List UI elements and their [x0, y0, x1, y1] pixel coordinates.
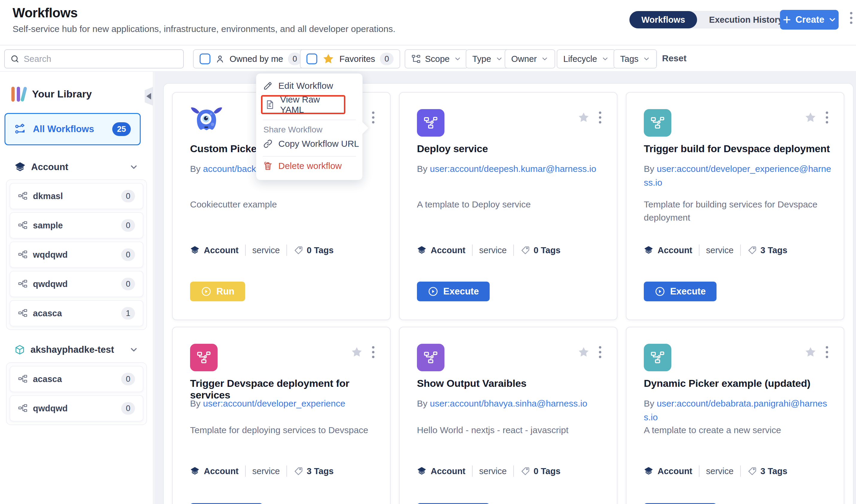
owner-link[interactable]: user:account/developer_experience [203, 398, 345, 408]
plus-icon [782, 15, 792, 25]
sidebar-item-acasca[interactable]: acasca 1 [10, 300, 143, 326]
card-owner: By user:account/bhavya.sinha@harness.io [417, 397, 605, 426]
sidebar-item-dkmasl[interactable]: dkmasl 0 [10, 183, 143, 209]
workflow-card-trigger-devspace: Trigger Devspace deployment for services… [172, 327, 391, 504]
card-owner: By user:account/developer_experience@har… [644, 162, 832, 191]
owner-link[interactable]: user:account/bhavya.sinha@harness.io [430, 398, 587, 408]
page-kebab-menu[interactable] [850, 12, 852, 24]
create-button[interactable]: Create [780, 10, 839, 30]
item-count: 0 [121, 248, 135, 261]
view-toggle: Workflows Execution History [629, 11, 795, 29]
sidebar-header: Your Library [11, 86, 92, 102]
owner-link[interactable]: user:account/developer_experience@harnes… [644, 164, 831, 187]
card-kebab-menu[interactable] [372, 346, 374, 358]
card-kebab-menu[interactable] [599, 111, 601, 124]
card-title: Show Output Varaibles [417, 378, 603, 389]
favorite-star-icon [322, 53, 335, 65]
filter-tags[interactable]: Tags [614, 49, 657, 69]
hierarchy-icon [18, 308, 28, 318]
menu-item-copy-workflow-url[interactable]: Copy Workflow URL [263, 139, 359, 149]
cube-icon [14, 344, 25, 355]
filter-type[interactable]: Type [466, 49, 510, 69]
layers-icon [644, 246, 653, 255]
favorite-star-icon[interactable] [804, 346, 817, 358]
filter-lifecycle[interactable]: Lifecycle [557, 49, 616, 69]
card-description: Template for building services for Devsp… [644, 198, 830, 224]
card-kebab-menu[interactable] [599, 346, 601, 358]
hierarchy-icon [411, 54, 421, 64]
monster-spot [210, 113, 212, 115]
tab-workflows[interactable]: Workflows [630, 11, 697, 29]
sidebar-item-qwdqwd[interactable]: qwdqwd 0 [10, 271, 143, 297]
item-count: 0 [121, 219, 135, 232]
filter-owned-by-me[interactable]: Owned by me 0 [193, 49, 308, 69]
tag-icon [294, 466, 303, 476]
page-title: Workflows [13, 5, 78, 20]
tag-icon [747, 466, 757, 476]
item-count: 0 [121, 278, 135, 290]
execute-button[interactable]: Execute [417, 282, 490, 301]
menu-section-share-workflow: Share Workflow [263, 125, 322, 134]
hierarchy-icon [18, 191, 28, 201]
favorite-star-icon[interactable] [577, 111, 590, 124]
card-footer: Account service 0 Tags [190, 245, 334, 256]
filter-scope[interactable]: Scope [405, 49, 468, 69]
owner-link[interactable]: user:account/debabrata.panigrahi@harness… [644, 398, 827, 422]
monster-horn-right [214, 107, 222, 113]
sidebar-group-akshayphadke-test[interactable]: akshayphadke-test [14, 344, 139, 355]
sidebar-collapse-button[interactable] [143, 87, 154, 106]
card-description: A template to create a new service [644, 424, 830, 437]
filter-bar: Owned by me 0 Favorites 0 Scope Type Own… [0, 45, 856, 72]
layers-icon [190, 246, 200, 255]
menu-divider [263, 120, 356, 120]
sidebar-group-account-items: dkmasl 0 sample 0 wqdqwd 0 qwdqwd 0 acas… [6, 179, 147, 330]
favorites-checkbox[interactable] [307, 54, 317, 64]
layers-icon [417, 466, 427, 476]
card-description: Cookiecutter example [190, 198, 377, 211]
card-footer: Account service 0 Tags [417, 465, 561, 477]
card-kebab-menu[interactable] [372, 111, 374, 124]
favorite-star-icon[interactable] [350, 346, 363, 358]
sidebar-item-acasca-2[interactable]: acasca 0 [10, 366, 143, 392]
sidebar-item-wqdqwd[interactable]: wqdqwd 0 [10, 241, 143, 268]
hierarchy-icon [18, 221, 28, 230]
search-input[interactable] [24, 54, 178, 64]
flowchart-icon [417, 109, 444, 137]
owner-link[interactable]: user:account/deepesh.kumar@harness.io [430, 164, 596, 174]
tag-icon [747, 246, 757, 255]
menu-item-view-raw-yaml[interactable]: View Raw YAML [261, 95, 345, 114]
execute-button[interactable]: Execute [644, 282, 717, 301]
flowchart-icon [417, 344, 444, 371]
chevron-down-icon [454, 55, 462, 63]
run-button[interactable]: Run [190, 282, 245, 301]
page-header: Workflows Self-service hub for new appli… [0, 0, 856, 45]
filter-favorites[interactable]: Favorites 0 [300, 49, 400, 69]
menu-item-edit-workflow[interactable]: Edit Workflow [263, 81, 333, 91]
favorites-count: 0 [380, 53, 394, 65]
reset-filters-button[interactable]: Reset [662, 53, 687, 64]
sidebar-item-qwdqwd-2[interactable]: qwdqwd 0 [10, 395, 143, 421]
workflow-card-show-output-varaibles: Show Output Varaibles By user:account/bh… [399, 327, 617, 504]
favorite-star-icon[interactable] [577, 346, 590, 358]
card-footer: Account service 3 Tags [644, 245, 787, 256]
owned-by-me-checkbox[interactable] [200, 54, 210, 64]
trash-icon [263, 161, 273, 171]
owner-link[interactable]: account/backs [203, 164, 260, 174]
favorite-star-icon[interactable] [804, 111, 817, 124]
filter-owner[interactable]: Owner [504, 49, 555, 69]
workflow-icon [14, 123, 26, 135]
sidebar-item-sample[interactable]: sample 0 [10, 212, 143, 238]
layers-icon [14, 161, 26, 173]
item-count: 0 [121, 190, 135, 202]
chevron-down-icon [129, 162, 139, 172]
menu-item-delete-workflow[interactable]: Delete workflow [263, 161, 342, 171]
chevron-down-icon [495, 55, 503, 63]
sidebar-title: Your Library [32, 88, 92, 100]
sidebar-group-account[interactable]: Account [14, 161, 139, 173]
card-description: A template to Deploy service [417, 198, 603, 211]
card-kebab-menu[interactable] [826, 346, 828, 358]
sidebar-item-all-workflows[interactable]: All Workflows 25 [4, 113, 141, 145]
card-kebab-menu[interactable] [826, 111, 828, 124]
flowchart-icon [644, 344, 671, 371]
play-icon [201, 286, 211, 297]
